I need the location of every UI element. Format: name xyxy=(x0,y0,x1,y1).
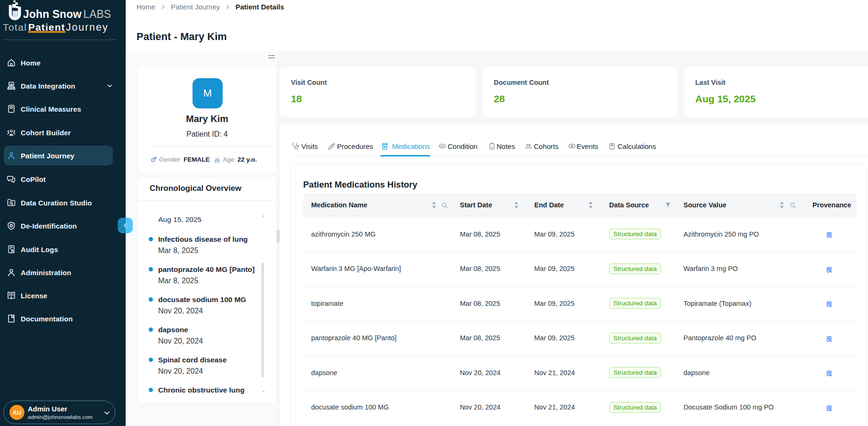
svg-text:Patient: Patient xyxy=(28,22,65,33)
svg-text:Total: Total xyxy=(3,22,27,33)
svg-text:LABS: LABS xyxy=(83,8,111,20)
svg-text:John Snow: John Snow xyxy=(23,8,81,20)
svg-text:Journey: Journey xyxy=(66,22,109,33)
